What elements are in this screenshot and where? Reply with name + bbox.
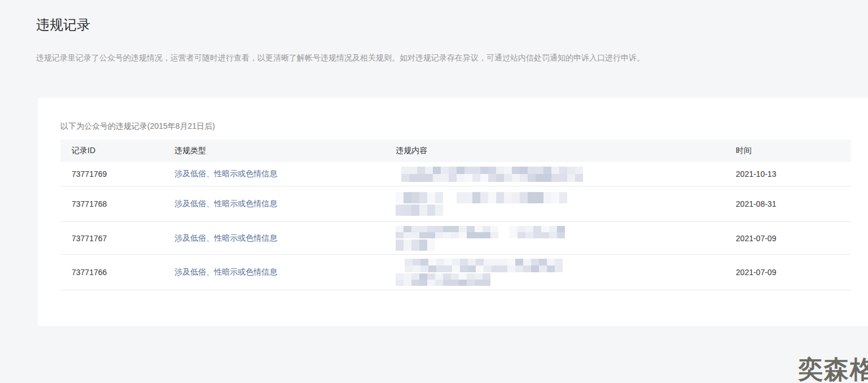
violation-records-card: 以下为公众号的违规记录(2015年8月21日后) 记录ID 违规类型 违规内容 …	[38, 98, 868, 326]
redacted-content	[396, 192, 724, 216]
column-header-violation-content: 违规内容	[384, 140, 724, 162]
page-header: 违规记录 违规记录里记录了公众号的违规情况，运营者可随时进行查看，以更清晰了解帐…	[0, 0, 868, 63]
violation-date: 2021-08-31	[725, 186, 851, 222]
column-header-time: 时间	[725, 140, 851, 162]
violation-records-table: 记录ID 违规类型 违规内容 时间 73771769 涉及低俗、性暗示或色情信息…	[60, 140, 851, 291]
column-header-violation-type: 违规类型	[163, 140, 384, 162]
page-description: 违规记录里记录了公众号的违规情况，运营者可随时进行查看，以更清晰了解帐号违规情况…	[36, 53, 832, 64]
redacted-content	[396, 167, 724, 182]
violation-date: 2021-07-09	[725, 222, 851, 255]
redacted-content	[396, 226, 724, 251]
records-subtitle: 以下为公众号的违规记录(2015年8月21日后)	[60, 121, 851, 131]
record-id: 73771766	[60, 255, 163, 290]
record-id: 73771768	[60, 186, 163, 222]
record-id: 73771769	[60, 162, 163, 186]
column-header-record-id: 记录ID	[60, 140, 163, 162]
violation-type-link[interactable]: 涉及低俗、性暗示或色情信息	[174, 169, 277, 178]
violation-type-link[interactable]: 涉及低俗、性暗示或色情信息	[174, 267, 277, 276]
watermark-logo: 奕森格	[798, 353, 868, 383]
record-id: 73771767	[60, 222, 163, 255]
violation-date: 2021-07-09	[725, 255, 851, 290]
redacted-content	[396, 259, 724, 286]
violation-type-link[interactable]: 涉及低俗、性暗示或色情信息	[174, 199, 277, 208]
table-row: 73771768 涉及低俗、性暗示或色情信息 2021-08-31	[60, 186, 851, 222]
table-header-row: 记录ID 违规类型 违规内容 时间	[60, 140, 851, 162]
page-title: 违规记录	[36, 17, 832, 33]
violation-date: 2021-10-13	[725, 162, 851, 186]
table-row: 73771766 涉及低俗、性暗示或色情信息 2021-07-09	[60, 255, 851, 290]
violation-type-link[interactable]: 涉及低俗、性暗示或色情信息	[174, 233, 277, 242]
table-row: 73771769 涉及低俗、性暗示或色情信息 2021-10-13	[60, 162, 851, 186]
table-row: 73771767 涉及低俗、性暗示或色情信息 2021-07-09	[60, 222, 851, 255]
